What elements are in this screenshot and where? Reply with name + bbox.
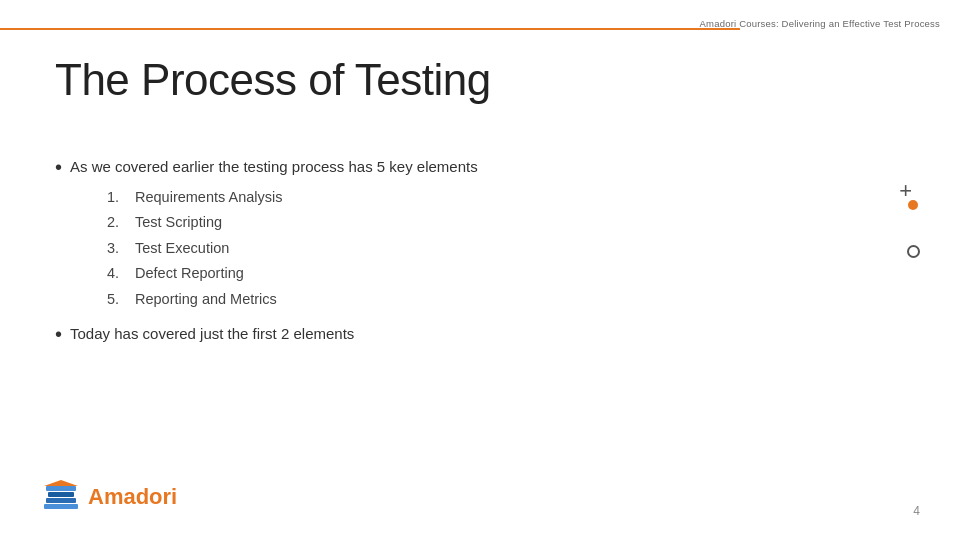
bullet-1: • As we covered earlier the testing proc…: [55, 155, 478, 179]
svg-rect-3: [46, 486, 76, 491]
bullet-2: • Today has covered just the first 2 ele…: [55, 322, 478, 346]
list-item: 4. Defect Reporting: [107, 261, 478, 286]
bullet-dot-2: •: [55, 322, 62, 346]
svg-rect-1: [46, 498, 76, 503]
logo-icon: [40, 476, 82, 518]
svg-rect-0: [44, 504, 78, 509]
svg-marker-4: [44, 480, 78, 486]
footer: Amadori: [40, 476, 177, 518]
page-number: 4: [913, 504, 920, 518]
slide: Amadori Courses: Delivering an Effective…: [0, 0, 960, 540]
list-num-1: 1.: [107, 185, 135, 210]
list-item: 1. Requirements Analysis: [107, 185, 478, 210]
content-area: • As we covered earlier the testing proc…: [55, 155, 478, 346]
bullet-1-text: As we covered earlier the testing proces…: [70, 155, 478, 179]
list-label-3: Test Execution: [135, 236, 229, 261]
list-num-4: 4.: [107, 261, 135, 286]
slide-title: The Process of Testing: [55, 55, 491, 105]
list-num-2: 2.: [107, 210, 135, 235]
list-label-1: Requirements Analysis: [135, 185, 283, 210]
list-label-4: Defect Reporting: [135, 261, 244, 286]
list-item: 2. Test Scripting: [107, 210, 478, 235]
list-num-5: 5.: [107, 287, 135, 312]
bullet-dot-1: •: [55, 155, 62, 179]
svg-rect-2: [48, 492, 74, 497]
list-label-5: Reporting and Metrics: [135, 287, 277, 312]
deco-circle-outline: [907, 245, 920, 258]
deco-circle-filled: [908, 200, 918, 210]
list-item: 5. Reporting and Metrics: [107, 287, 478, 312]
list-item: 3. Test Execution: [107, 236, 478, 261]
list-label-2: Test Scripting: [135, 210, 222, 235]
top-accent-line: [0, 28, 740, 30]
list-num-3: 3.: [107, 236, 135, 261]
bullet-2-text: Today has covered just the first 2 eleme…: [70, 322, 354, 346]
header-subtitle: Amadori Courses: Delivering an Effective…: [700, 18, 940, 29]
logo-text: Amadori: [88, 484, 177, 510]
numbered-list: 1. Requirements Analysis 2. Test Scripti…: [107, 185, 478, 312]
